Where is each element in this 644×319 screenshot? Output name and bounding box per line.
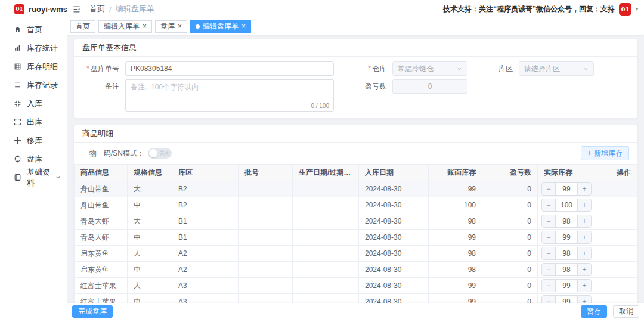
remark-textarea[interactable] (125, 79, 334, 112)
tab-stocktake[interactable]: 盘库 × (155, 20, 187, 33)
sidebar-item-stocktake[interactable]: 盘库 (0, 150, 67, 168)
cell-spec: 大 (128, 181, 172, 197)
decrease-button[interactable]: − (542, 247, 555, 259)
sidebar-item-outbound[interactable]: 出库 (0, 113, 67, 131)
sidebar-item-inbound[interactable]: 入库 (0, 94, 67, 113)
col-spec-info: 规格信息 (128, 165, 172, 181)
cell-actions (605, 294, 637, 304)
cell-book-stock: 98 (429, 213, 482, 230)
add-stock-button[interactable]: + 新增库存 (581, 146, 629, 160)
app-logo[interactable]: 01 ruoyi-wms (0, 4, 67, 14)
sidebar-item-stock-detail[interactable]: 库存明细 (0, 57, 67, 76)
cell-batch (239, 181, 293, 197)
sidebar-item-base-data[interactable]: 基础资料 (0, 168, 67, 187)
decrease-button[interactable]: − (542, 199, 555, 211)
actual-stock-input[interactable] (555, 280, 578, 292)
app-header: 01 ruoyi-wms 首页 / 编辑盘库单 技术支持：关注“程序员诚哥”微信… (0, 0, 644, 18)
book-icon (14, 174, 21, 181)
cell-product-name: 舟山带鱼 (75, 197, 128, 213)
warehouse-label: *仓库 (363, 61, 386, 76)
cell-batch (239, 197, 293, 213)
area-select: 请选择库区 (519, 61, 594, 76)
cell-batch (239, 213, 293, 230)
col-inbound-date: 入库日期 (359, 165, 429, 181)
breadcrumb-separator: / (109, 5, 112, 14)
decrease-button[interactable]: − (542, 280, 555, 292)
user-avatar[interactable]: 01 (619, 3, 631, 16)
increase-button[interactable]: + (578, 296, 591, 303)
sidebar-item-stock-stats[interactable]: 库存统计 (0, 39, 67, 57)
close-icon[interactable]: × (242, 23, 246, 30)
sidebar-item-label: 库存记录 (27, 80, 58, 91)
remark-field: 备注 0 / 100 (82, 79, 334, 113)
cell-profit-loss: 0 (482, 197, 538, 213)
tab-home[interactable]: 首页 (70, 20, 95, 33)
cell-product-name: 红富士苹果 (75, 294, 128, 304)
increase-button[interactable]: + (578, 280, 591, 292)
actual-stock-input[interactable] (555, 247, 578, 259)
actual-stock-stepper: − + (541, 231, 592, 244)
actual-stock-stepper: − + (541, 279, 592, 292)
sidebar-item-move[interactable]: 移库 (0, 131, 67, 150)
cell-profit-loss: 0 (482, 246, 538, 262)
cell-product-name: 启东黄鱼 (75, 262, 128, 278)
cell-dates (293, 262, 359, 278)
cell-profit-loss: 0 (482, 230, 538, 246)
actual-stock-stepper: − + (541, 263, 592, 276)
cell-area: A3 (172, 294, 239, 304)
cell-actual-stock: − + (538, 213, 605, 230)
decrease-button[interactable]: − (542, 264, 555, 275)
complete-stocktake-button[interactable]: 完成盘库 (72, 305, 113, 318)
cell-inbound-date: 2024-08-30 (359, 230, 429, 246)
cell-batch (239, 294, 293, 304)
decrease-button[interactable]: − (542, 296, 555, 303)
cell-product-name: 启东黄鱼 (75, 246, 128, 262)
active-dot-icon (196, 24, 200, 29)
sidebar-item-home[interactable]: 首页 (0, 20, 67, 39)
tab-edit-inbound[interactable]: 编辑入库单 × (98, 20, 152, 33)
decrease-button[interactable]: − (542, 231, 555, 243)
cancel-button[interactable]: 取消 (613, 305, 639, 318)
cell-dates (293, 181, 359, 197)
table-row: 启东黄鱼 中 A2 2024-08-30 98 0 − (75, 262, 637, 278)
close-icon[interactable]: × (178, 23, 182, 30)
decrease-button[interactable]: − (542, 183, 555, 195)
table-header-row: 商品信息 规格信息 库区 批号 生产日期/过期日期 入库日期 账面库存 盈亏数 … (75, 165, 637, 181)
actual-stock-input[interactable] (555, 264, 578, 275)
tab-bar: 首页 编辑入库单 × 盘库 × 编辑盘库单 × (67, 18, 644, 35)
increase-button[interactable]: + (578, 215, 591, 227)
user-menu-caret-icon[interactable]: ▾ (636, 7, 638, 12)
breadcrumb-home[interactable]: 首页 (89, 4, 105, 14)
close-icon[interactable]: × (143, 23, 147, 30)
table-row: 舟山带鱼 大 B2 2024-08-30 99 0 − (75, 181, 637, 197)
actual-stock-input[interactable] (555, 199, 578, 211)
increase-button[interactable]: + (578, 183, 591, 195)
sn-mode-toggle[interactable]: 关闭 (148, 148, 172, 159)
cell-inbound-date: 2024-08-30 (359, 213, 429, 230)
actual-stock-input[interactable] (555, 231, 578, 243)
order-no-input[interactable] (125, 61, 334, 76)
col-actions: 操作 (605, 165, 637, 181)
cell-product-name: 红富士苹果 (75, 278, 128, 294)
tab-edit-stocktake-order[interactable]: 编辑盘库单 × (190, 20, 251, 33)
page-content: 盘库单基本信息 *盘库单号 *仓库 常温冷链仓 库 (67, 35, 644, 303)
cell-profit-loss: 0 (482, 213, 538, 230)
sidebar: 首页 库存统计 库存明细 库存记录 入库 出库 移库 盘库 基础资料 (0, 18, 67, 319)
actual-stock-input[interactable] (555, 215, 578, 227)
grid-icon (14, 63, 21, 70)
increase-button[interactable]: + (578, 264, 591, 275)
sidebar-item-stock-records[interactable]: 库存记录 (0, 76, 67, 94)
bar-chart-icon (14, 44, 21, 52)
increase-button[interactable]: + (578, 247, 591, 259)
increase-button[interactable]: + (578, 199, 591, 211)
decrease-button[interactable]: − (542, 215, 555, 227)
table-row: 青岛大虾 中 B1 2024-08-30 99 0 − (75, 230, 637, 246)
sidebar-fold-icon[interactable] (72, 5, 81, 14)
actual-stock-input[interactable] (555, 183, 578, 195)
increase-button[interactable]: + (578, 231, 591, 243)
remark-label: 备注 (82, 79, 119, 94)
save-draft-button[interactable]: 暂存 (581, 305, 607, 318)
actual-stock-input[interactable] (555, 296, 578, 303)
move-icon (14, 137, 21, 144)
arrows-out-icon (14, 118, 21, 126)
